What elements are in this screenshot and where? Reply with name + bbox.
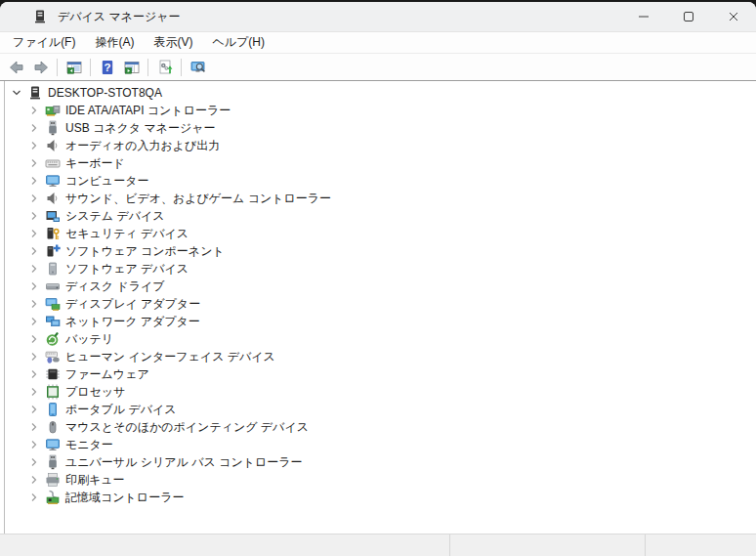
chevron-right-icon[interactable] xyxy=(26,120,42,136)
help-icon: ? xyxy=(100,60,115,75)
mouse-icon xyxy=(45,419,61,435)
toolbar-separator xyxy=(90,59,91,76)
tree-device-category-row[interactable]: キーボード xyxy=(5,154,756,172)
display-adapter-icon xyxy=(45,296,61,312)
tree-device-category-row[interactable]: バッテリ xyxy=(5,330,756,348)
chevron-right-icon[interactable] xyxy=(26,384,42,400)
device-tree: DESKTOP-STOT8QAIDE ATA/ATAPI コントローラーUSB … xyxy=(4,81,756,534)
tree-device-category-row[interactable]: USB コネクタ マネージャー xyxy=(5,119,756,137)
scan-hardware-changes-button[interactable] xyxy=(152,56,177,78)
tree-device-category-row[interactable]: コンピューター xyxy=(5,172,756,190)
tree-device-category-row[interactable]: ヒューマン インターフェイス デバイス xyxy=(5,348,756,365)
ide-controller-icon xyxy=(45,103,61,118)
chevron-right-icon[interactable] xyxy=(26,314,42,329)
chevron-right-icon[interactable] xyxy=(26,278,42,294)
tree-item-label: ポータブル デバイス xyxy=(65,402,183,418)
forward-icon xyxy=(33,60,49,75)
tree-device-category-row[interactable]: マウスとそのほかのポインティング デバイス xyxy=(5,418,756,436)
processor-icon xyxy=(45,384,61,400)
tree-item-label: サウンド、ビデオ、およびゲーム コントローラー xyxy=(65,191,337,207)
maximize-icon xyxy=(681,9,696,24)
tree-device-category-row[interactable]: ソフトウェア デバイス xyxy=(5,260,756,278)
back-icon xyxy=(9,60,24,75)
tree-root-row[interactable]: DESKTOP-STOT8QA xyxy=(5,84,756,102)
chevron-right-icon[interactable] xyxy=(26,243,42,259)
chevron-right-icon[interactable] xyxy=(26,366,42,382)
menu-action[interactable]: 操作(A) xyxy=(85,31,144,54)
tree-device-category-row[interactable]: モニター xyxy=(5,436,756,453)
toolbar-separator xyxy=(147,59,148,76)
chevron-down-icon[interactable] xyxy=(9,85,24,101)
chevron-right-icon[interactable] xyxy=(26,402,42,417)
tree-device-category-row[interactable]: ディスプレイ アダプター xyxy=(5,295,756,313)
console-tree-icon xyxy=(66,60,82,75)
chevron-right-icon[interactable] xyxy=(26,226,42,241)
tree-item-label: マウスとそのほかのポインティング デバイス xyxy=(65,419,315,436)
tree-device-category-row[interactable]: ソフトウェア コンポーネント xyxy=(5,242,756,260)
close-button[interactable] xyxy=(711,2,756,31)
tree-device-category-row[interactable]: プロセッサ xyxy=(5,383,756,401)
console-tree-toggle-button[interactable] xyxy=(62,56,86,78)
chevron-right-icon[interactable] xyxy=(26,419,42,435)
help-button[interactable]: ? xyxy=(95,56,119,78)
svg-text:?: ? xyxy=(104,62,110,73)
security-key-icon xyxy=(45,226,61,241)
tree-device-category-row[interactable]: ネットワーク アダプター xyxy=(5,313,756,330)
chevron-right-icon[interactable] xyxy=(26,191,42,206)
forward-button[interactable] xyxy=(28,56,53,78)
tree-device-category-row[interactable]: ディスク ドライブ xyxy=(5,278,756,295)
tree-item-label: ソフトウェア デバイス xyxy=(65,261,194,278)
tree-item-label: プロセッサ xyxy=(65,384,131,401)
tree-item-label: DESKTOP-STOT8QA xyxy=(48,86,168,100)
monitor-blue-icon xyxy=(45,173,61,189)
tree-item-label: ディスプレイ アダプター xyxy=(65,296,206,313)
chevron-right-icon[interactable] xyxy=(26,155,42,171)
back-button[interactable] xyxy=(4,56,28,78)
device-manager-window: デバイス マネージャー ファイル(F) 操作(A) 表示(V) ヘルプ(H) ?… xyxy=(0,2,756,556)
action-pane-icon xyxy=(124,60,140,75)
disk-drive-icon xyxy=(45,278,61,294)
maximize-button[interactable] xyxy=(666,2,711,31)
tree-device-category-row[interactable]: 記憶域コントローラー xyxy=(5,489,756,506)
toolbar: ? xyxy=(0,54,756,81)
tree-device-category-row[interactable]: IDE ATA/ATAPI コントローラー xyxy=(5,102,756,119)
tree-device-category-row[interactable]: 印刷キュー xyxy=(5,471,756,489)
action-pane-toggle-button[interactable] xyxy=(119,56,144,78)
tree-device-category-row[interactable]: オーディオの入力および出力 xyxy=(5,137,756,154)
tree-device-category-row[interactable]: サウンド、ビデオ、およびゲーム コントローラー xyxy=(5,190,756,207)
computer-search-button[interactable] xyxy=(186,56,210,78)
chevron-right-icon[interactable] xyxy=(26,208,42,224)
storage-controller-icon xyxy=(45,490,61,505)
chevron-right-icon[interactable] xyxy=(26,103,42,118)
toolbar-separator xyxy=(181,59,182,76)
tree-item-label: キーボード xyxy=(65,155,131,172)
tree-device-category-row[interactable]: ファームウェア xyxy=(5,365,756,383)
tree-item-label: USB コネクタ マネージャー xyxy=(65,120,222,137)
chevron-right-icon[interactable] xyxy=(26,173,42,189)
tree-device-category-row[interactable]: システム デバイス xyxy=(5,207,756,225)
chevron-right-icon[interactable] xyxy=(26,331,42,347)
menu-view[interactable]: 表示(V) xyxy=(144,31,202,54)
chevron-right-icon[interactable] xyxy=(26,454,42,470)
portable-device-icon xyxy=(45,402,61,417)
tree-device-category-row[interactable]: セキュリティ デバイス xyxy=(5,225,756,242)
tree-device-category-row[interactable]: ユニバーサル シリアル バス コントローラー xyxy=(5,453,756,471)
software-components-icon xyxy=(45,243,61,259)
chevron-right-icon[interactable] xyxy=(26,138,42,153)
hid-icon xyxy=(45,349,61,364)
status-bar-divider xyxy=(645,535,646,556)
tree-device-category-row[interactable]: ポータブル デバイス xyxy=(5,401,756,418)
chevron-right-icon[interactable] xyxy=(26,296,42,312)
chevron-right-icon[interactable] xyxy=(26,472,42,488)
chevron-right-icon[interactable] xyxy=(26,437,42,452)
title-bar: デバイス マネージャー xyxy=(0,2,756,32)
chevron-right-icon[interactable] xyxy=(26,349,42,364)
window-controls xyxy=(621,2,756,31)
system-devices-icon xyxy=(45,208,61,224)
chevron-right-icon[interactable] xyxy=(26,261,42,277)
menu-file[interactable]: ファイル(F) xyxy=(3,31,85,54)
chevron-right-icon[interactable] xyxy=(26,490,42,505)
minimize-button[interactable] xyxy=(621,2,666,31)
menu-help[interactable]: ヘルプ(H) xyxy=(202,31,274,54)
tree-item-label: セキュリティ デバイス xyxy=(65,226,194,242)
